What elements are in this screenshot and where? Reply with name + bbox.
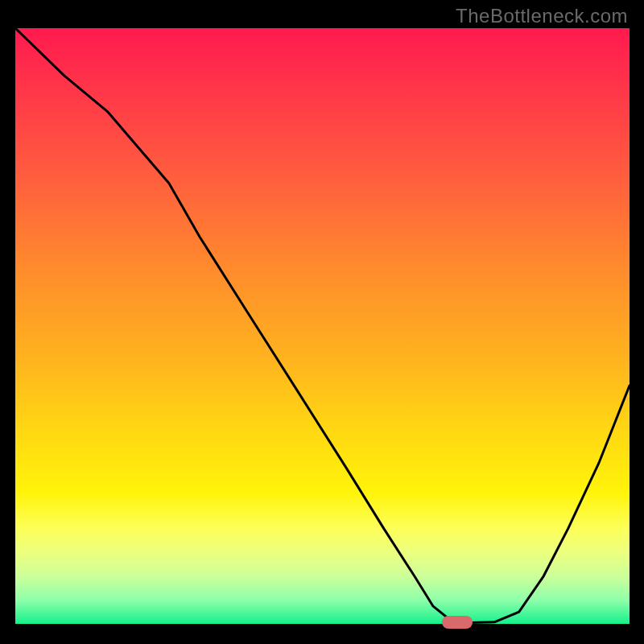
optimal-marker [442, 616, 473, 629]
watermark-text: TheBottleneck.com [456, 5, 628, 27]
chart-background-gradient [15, 28, 630, 624]
chart-frame: TheBottleneck.com [0, 0, 644, 644]
